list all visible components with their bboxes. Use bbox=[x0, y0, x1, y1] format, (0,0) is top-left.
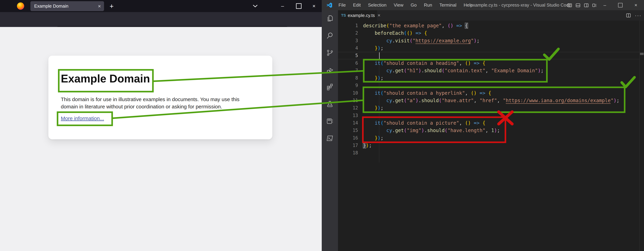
line-number: 6 bbox=[338, 60, 358, 67]
code-text: cy.get("a").should("have.attr", "href", … bbox=[363, 97, 620, 104]
code-line[interactable]: 11 cy.get("a").should("have.attr", "href… bbox=[338, 97, 644, 104]
maximize-icon bbox=[618, 3, 622, 8]
firefox-logo-icon bbox=[17, 2, 24, 10]
code-text: }); bbox=[363, 44, 384, 52]
split-editor-icon[interactable] bbox=[626, 13, 631, 18]
window-title: example.cy.ts - cycpress-xray - Visual S… bbox=[470, 0, 571, 10]
line-number: 5 bbox=[338, 52, 358, 59]
line-number: 13 bbox=[338, 112, 358, 119]
code-text: }); bbox=[363, 142, 372, 149]
toggle-panel-icon[interactable] bbox=[576, 2, 580, 8]
source-control-icon[interactable] bbox=[326, 49, 334, 57]
editor-area: TS example.cy.ts × ··· 1describe("the ex… bbox=[338, 10, 644, 251]
maximize-button[interactable] bbox=[294, 2, 304, 11]
maximize-button[interactable] bbox=[613, 0, 628, 10]
code-line[interactable]: 18 bbox=[338, 149, 644, 156]
editor-actions: ··· bbox=[626, 10, 642, 20]
line-number: 10 bbox=[338, 89, 358, 97]
code-line[interactable]: 16 }); bbox=[338, 134, 644, 142]
code-text: describe("the example page", () => { bbox=[363, 22, 468, 30]
menu-edit[interactable]: Edit bbox=[350, 0, 364, 10]
container-icon[interactable] bbox=[326, 118, 334, 126]
close-button[interactable]: × bbox=[628, 0, 643, 10]
line-number: 11 bbox=[338, 97, 358, 104]
menu-view[interactable]: View bbox=[390, 0, 407, 10]
scrollbar-track bbox=[639, 20, 640, 251]
customize-layout-icon[interactable] bbox=[592, 2, 597, 8]
code-line[interactable]: 7 cy.get("h1").should("contain.text", "E… bbox=[338, 67, 644, 74]
minimize-button[interactable]: – bbox=[597, 0, 612, 10]
firefox-toolbar: ← → https://example.org ☆ bbox=[0, 12, 322, 27]
code-line[interactable]: 17}); bbox=[338, 142, 644, 149]
code-line[interactable]: 9 bbox=[338, 82, 644, 89]
firefox-titlebar: Example Domain × + – × bbox=[0, 0, 322, 12]
menu-terminal[interactable]: Terminal bbox=[436, 0, 460, 10]
menu-go[interactable]: Go bbox=[407, 0, 420, 10]
line-number: 9 bbox=[338, 82, 358, 89]
browser-tab-title: Example Domain bbox=[34, 4, 98, 9]
code-text: cy.visit("https://example.org"); bbox=[363, 37, 480, 44]
more-information-link[interactable]: More information... bbox=[61, 116, 104, 121]
typescript-file-icon: TS bbox=[341, 13, 346, 18]
terminal-icon[interactable] bbox=[326, 134, 334, 143]
firefox-window: Example Domain × + – × ← → https://examp… bbox=[0, 0, 322, 251]
new-tab-button[interactable]: + bbox=[108, 2, 116, 10]
line-number: 1 bbox=[338, 22, 358, 30]
scrollbar-thumb[interactable] bbox=[640, 53, 644, 55]
toggle-secondary-sidebar-icon[interactable] bbox=[584, 2, 589, 8]
search-icon[interactable] bbox=[326, 32, 334, 40]
menu-selection[interactable]: Selection bbox=[364, 0, 390, 10]
code-line[interactable]: 5 bbox=[338, 52, 644, 59]
code-line[interactable]: 14 it("should contain a picture", () => … bbox=[338, 119, 644, 127]
vscode-titlebar: FileEditSelectionViewGoRunTerminalHelp e… bbox=[322, 0, 644, 10]
code-text: it("should contain a picture", () => { bbox=[363, 119, 486, 127]
code-line[interactable]: 2 beforeEach(() => { bbox=[338, 30, 644, 37]
vscode-logo-icon bbox=[326, 2, 332, 8]
editor-tab-label: example.cy.ts bbox=[348, 13, 375, 18]
menu-run[interactable]: Run bbox=[420, 0, 436, 10]
minimize-button[interactable]: – bbox=[278, 2, 287, 11]
extensions-icon[interactable] bbox=[326, 83, 334, 92]
code-line[interactable]: 4 }); bbox=[338, 44, 644, 52]
code-editor[interactable]: 1describe("the example page", () => {2 b… bbox=[338, 20, 644, 251]
code-text: }); bbox=[363, 134, 384, 142]
editor-tab-bar: TS example.cy.ts × ··· bbox=[338, 10, 644, 20]
code-line[interactable]: 8 }); bbox=[338, 74, 644, 82]
list-tabs-chevron-icon[interactable] bbox=[250, 2, 260, 11]
maximize-icon bbox=[296, 3, 302, 9]
tab-close-icon[interactable]: × bbox=[98, 3, 101, 9]
code-line[interactable]: 3 cy.visit("https://example.org"); bbox=[338, 37, 644, 44]
page-heading: Example Domain bbox=[61, 72, 150, 85]
code-text: }); bbox=[363, 104, 384, 112]
line-number: 7 bbox=[338, 67, 358, 74]
menu-file[interactable]: File bbox=[335, 0, 350, 10]
code-line[interactable]: 12 }); bbox=[338, 104, 644, 112]
code-line[interactable]: 10 it("should contain a hyperlink", () =… bbox=[338, 89, 644, 97]
explorer-icon[interactable] bbox=[326, 15, 334, 23]
more-actions-icon[interactable]: ··· bbox=[635, 12, 642, 18]
code-line[interactable]: 15 cy.get("img").should("have.length", 1… bbox=[338, 127, 644, 134]
line-number: 14 bbox=[338, 119, 358, 127]
toggle-sidebar-icon[interactable] bbox=[567, 2, 572, 8]
line-number: 18 bbox=[338, 149, 358, 156]
code-text: cy.get("img").should("have.length", 1); bbox=[363, 127, 500, 134]
code-line[interactable]: 1describe("the example page", () => { bbox=[338, 22, 644, 30]
line-number: 12 bbox=[338, 104, 358, 112]
paragraph-line-1: This domain is for use in illustrative e… bbox=[61, 96, 240, 102]
code-line[interactable]: 13 bbox=[338, 112, 644, 119]
browser-tab[interactable]: Example Domain × bbox=[30, 1, 104, 11]
run-debug-icon[interactable] bbox=[326, 66, 334, 74]
activity-bar bbox=[322, 10, 338, 251]
code-text: it("should contain a hyperlink", () => { bbox=[363, 89, 491, 97]
testing-icon[interactable] bbox=[326, 100, 334, 108]
browser-viewport: Example Domain This domain is for use in… bbox=[0, 27, 322, 251]
code-line[interactable]: 6 it("should contain a heading", () => { bbox=[338, 60, 644, 67]
tab-close-icon[interactable]: × bbox=[378, 12, 380, 18]
editor-tab[interactable]: TS example.cy.ts × bbox=[338, 10, 377, 20]
layout-controls bbox=[567, 0, 597, 10]
page-paragraph: This domain is for use in illustrative e… bbox=[61, 96, 240, 110]
line-number: 16 bbox=[338, 134, 358, 142]
close-button[interactable]: × bbox=[309, 2, 319, 11]
line-number: 8 bbox=[338, 74, 358, 82]
code-text: beforeEach(() => { bbox=[363, 30, 427, 37]
